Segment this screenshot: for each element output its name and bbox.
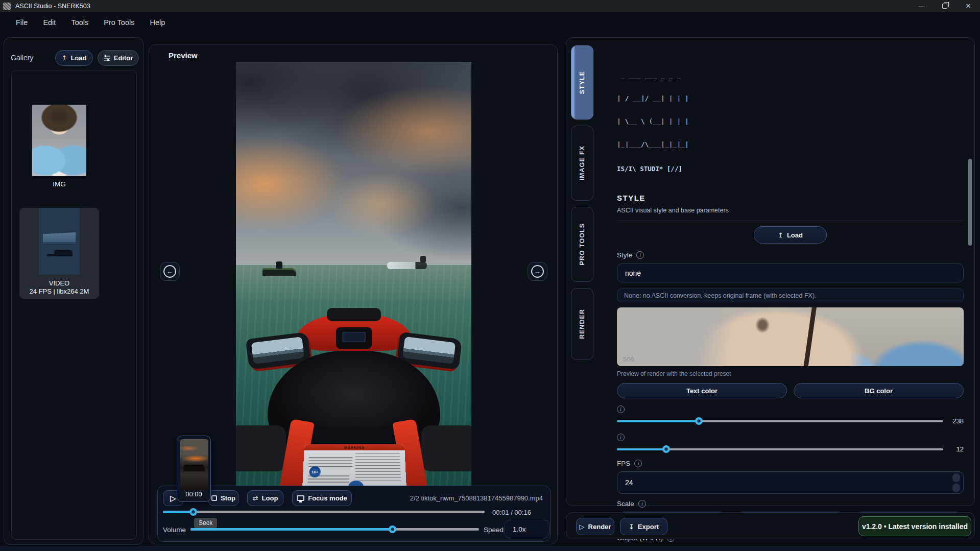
seek-slider-thumb[interactable] bbox=[189, 508, 197, 516]
restore-icon bbox=[942, 4, 947, 9]
menubar: File Edit Tools Pro Tools Help bbox=[0, 12, 980, 33]
upload-icon: ↥ bbox=[778, 231, 783, 239]
video-warning-sticker: WARNING 16+ bbox=[302, 444, 407, 487]
sliders-icon bbox=[104, 55, 110, 61]
ascii-logo-caption: IS/I\ STUDI* [//] bbox=[617, 165, 964, 173]
titlebar: ASCII Studio - SNERK503 — × bbox=[0, 0, 980, 12]
gallery-item-video[interactable]: VIDEO 24 FPS | libx264 2M bbox=[19, 208, 99, 299]
focus-mode-button[interactable]: Focus mode bbox=[292, 490, 352, 506]
preview-caption: Preview of render with the selected pres… bbox=[617, 370, 964, 377]
style-load-button[interactable]: ↥ Load bbox=[754, 226, 827, 244]
panel-scrollbar-thumb[interactable] bbox=[968, 159, 972, 246]
seek-slider[interactable] bbox=[163, 511, 485, 513]
warning-banner: WARNING bbox=[304, 444, 405, 450]
next-media-button[interactable]: → bbox=[528, 262, 547, 281]
video-thumbnail bbox=[39, 208, 80, 275]
bg-color-button[interactable]: BG color bbox=[794, 383, 964, 398]
gallery-title: Gallery bbox=[11, 54, 33, 62]
scale-label: Scale bbox=[617, 500, 634, 508]
fps-input[interactable]: 24 bbox=[617, 471, 964, 494]
export-button[interactable]: ↧ Export bbox=[620, 518, 667, 535]
threshold-slider[interactable] bbox=[617, 420, 943, 422]
style-field-label: Style bbox=[617, 251, 632, 259]
volume-slider-thumb[interactable] bbox=[389, 525, 396, 533]
video-meta: 24 FPS | libx264 2M bbox=[19, 288, 99, 296]
detail-value: 12 bbox=[948, 445, 964, 453]
img-label: IMG bbox=[19, 180, 99, 188]
seek-preview-card: 00:00 bbox=[177, 436, 211, 502]
menu-edit[interactable]: Edit bbox=[43, 18, 56, 27]
info-icon: i bbox=[634, 460, 642, 467]
speed-label: Speed bbox=[484, 526, 504, 534]
bottom-strip bbox=[0, 546, 980, 551]
close-button[interactable]: × bbox=[957, 0, 980, 12]
arrow-left-icon: ← bbox=[163, 265, 176, 278]
menu-pro-tools[interactable]: Pro Tools bbox=[104, 18, 134, 27]
restore-button[interactable] bbox=[933, 0, 957, 12]
section-heading: STYLE bbox=[617, 194, 964, 202]
gallery-editor-button[interactable]: Editor bbox=[98, 50, 139, 66]
menu-file[interactable]: File bbox=[16, 18, 28, 27]
minimize-button[interactable]: — bbox=[910, 0, 933, 12]
prev-media-button[interactable]: ← bbox=[160, 262, 180, 281]
threshold-value: 238 bbox=[948, 417, 964, 425]
render-button[interactable]: ▷ Render bbox=[576, 518, 614, 535]
time-label: 00:01 / 00:16 bbox=[492, 509, 531, 516]
gallery-item-img[interactable]: IMG bbox=[19, 105, 99, 188]
tab-pro-tools[interactable]: PRO TOOLS bbox=[571, 207, 593, 282]
menu-tools[interactable]: Tools bbox=[71, 18, 88, 27]
window-title: ASCII Studio - SNERK503 bbox=[15, 3, 90, 10]
info-icon: i bbox=[617, 434, 625, 441]
version-badge: v1.2.0 • Latest version installed bbox=[858, 516, 971, 536]
ascii-logo: _ ___ ___ _ _ _ | / __|/ __| | | | | \__… bbox=[617, 56, 964, 188]
loop-icon: ⇄ bbox=[253, 494, 258, 502]
gallery-list: IMG VIDEO 24 FPS | libx264 2M bbox=[11, 70, 137, 540]
seek-tooltip: Seek bbox=[194, 518, 217, 528]
preview-hair-strand bbox=[803, 307, 817, 366]
loop-button[interactable]: ⇄ Loop bbox=[247, 490, 283, 506]
monitor-icon bbox=[297, 495, 304, 501]
play-icon: ▷ bbox=[170, 494, 176, 503]
stop-icon bbox=[211, 495, 217, 501]
seek-preview-frame bbox=[180, 439, 208, 490]
render-preview-image: 506 bbox=[617, 307, 964, 366]
video-frame[interactable]: WARNING 16+ bbox=[236, 62, 471, 487]
volume-slider[interactable] bbox=[190, 528, 479, 531]
preview-title: Preview bbox=[169, 51, 198, 60]
detail-slider-thumb[interactable] bbox=[662, 445, 670, 453]
video-grip-right bbox=[421, 425, 471, 471]
app-icon bbox=[3, 3, 11, 10]
menu-help[interactable]: Help bbox=[150, 18, 165, 27]
panel-scrollbar-track[interactable] bbox=[968, 43, 972, 500]
tab-render[interactable]: RENDER bbox=[571, 288, 593, 360]
style-hint: None: no ASCII conversion, keeps origina… bbox=[617, 289, 964, 302]
tab-style[interactable]: STYLE bbox=[571, 45, 593, 119]
video-gauge bbox=[336, 327, 372, 349]
video-label: VIDEO bbox=[19, 279, 99, 288]
stop-button[interactable]: Stop bbox=[208, 490, 238, 506]
arrow-right-icon: → bbox=[531, 265, 544, 278]
info-icon: i bbox=[636, 251, 644, 259]
text-color-button[interactable]: Text color bbox=[617, 383, 787, 398]
preview-frame-number: 506 bbox=[623, 355, 634, 363]
tab-image-fx[interactable]: IMAGE FX bbox=[571, 126, 593, 201]
divider bbox=[617, 221, 964, 221]
img-thumbnail bbox=[32, 105, 86, 176]
threshold-slider-thumb[interactable] bbox=[695, 417, 703, 425]
gallery-load-button[interactable]: ↥ Load bbox=[55, 50, 93, 66]
playback-controls: ▷ Stop ⇄ Loop Focus mode 2/2 tiktok_nwm_… bbox=[157, 486, 551, 542]
preview-hair bbox=[846, 307, 964, 366]
speed-input[interactable]: 1.0x bbox=[505, 520, 549, 538]
seek-preview-time: 00:00 bbox=[177, 490, 210, 498]
style-select[interactable]: none bbox=[617, 263, 964, 282]
stepper-down[interactable] bbox=[952, 484, 960, 492]
fps-label: FPS bbox=[617, 460, 630, 467]
style-panel: STYLE IMAGE FX PRO TOOLS RENDER _ ___ __… bbox=[566, 37, 975, 506]
volume-label: Volume bbox=[163, 526, 186, 534]
info-icon: i bbox=[617, 405, 625, 413]
footer-bar: ▷ Render ↧ Export v1.2.0 • Latest versio… bbox=[566, 512, 975, 539]
stepper-up[interactable] bbox=[952, 473, 960, 482]
section-subheading: ASCII visual style and base parameters bbox=[617, 207, 964, 214]
detail-slider[interactable] bbox=[617, 448, 943, 450]
preview-panel: Preview WARNING 16+ ← → 00:00 Seek bbox=[149, 44, 558, 544]
